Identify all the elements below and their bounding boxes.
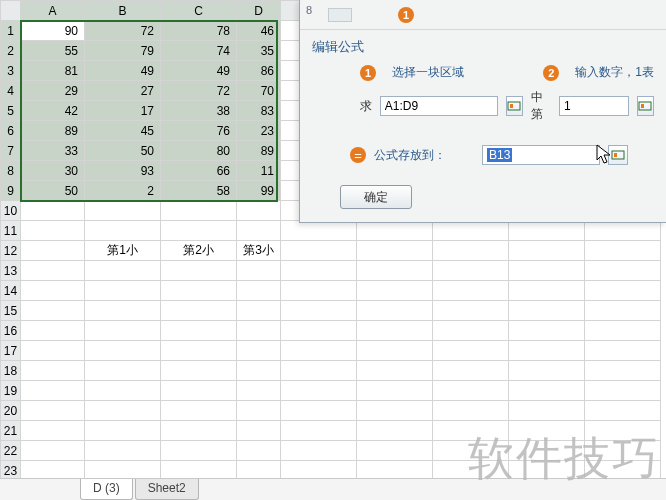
col-header-c[interactable]: C bbox=[161, 1, 237, 21]
row-header[interactable]: 5 bbox=[1, 101, 21, 121]
store-label: 公式存放到： bbox=[374, 147, 446, 164]
col-header-b[interactable]: B bbox=[85, 1, 161, 21]
row-header[interactable]: 16 bbox=[1, 321, 21, 341]
range-picker-button[interactable] bbox=[506, 96, 523, 116]
store-value: B13 bbox=[487, 148, 512, 162]
cell[interactable]: 33 bbox=[21, 141, 85, 161]
range-picker-icon bbox=[507, 99, 521, 113]
step2-badge-icon: 2 bbox=[543, 65, 559, 81]
dialog-title: 编辑公式 bbox=[300, 30, 666, 60]
row-header[interactable]: 8 bbox=[1, 161, 21, 181]
cell[interactable]: 81 bbox=[21, 61, 85, 81]
cell[interactable]: 30 bbox=[21, 161, 85, 181]
nth-picker-button[interactable] bbox=[637, 96, 654, 116]
step-badge-icon: 1 bbox=[398, 7, 414, 23]
row-header[interactable]: 20 bbox=[1, 401, 21, 421]
col-header-a[interactable]: A bbox=[21, 1, 85, 21]
cell[interactable]: 78 bbox=[161, 21, 237, 41]
row-header[interactable]: 11 bbox=[1, 221, 21, 241]
cell[interactable]: 72 bbox=[85, 21, 161, 41]
cell[interactable]: 2 bbox=[85, 181, 161, 201]
range-picker-icon bbox=[611, 148, 625, 162]
cell[interactable]: 79 bbox=[85, 41, 161, 61]
svg-rect-4 bbox=[612, 151, 624, 159]
store-picker-button[interactable] bbox=[608, 145, 628, 165]
row-header[interactable]: 10 bbox=[1, 201, 21, 221]
find-label: 求 bbox=[350, 98, 372, 115]
svg-rect-0 bbox=[508, 102, 520, 110]
row-header[interactable]: 18 bbox=[1, 361, 21, 381]
cell[interactable]: 46 bbox=[237, 21, 281, 41]
cell[interactable]: 99 bbox=[237, 181, 281, 201]
col-header-d[interactable]: D bbox=[237, 1, 281, 21]
range-input[interactable] bbox=[380, 96, 498, 116]
range-picker-icon bbox=[638, 99, 652, 113]
cell[interactable]: 76 bbox=[161, 121, 237, 141]
formula-dialog: 8 1 编辑公式 1 选择一块区域 2 输入数字，1表 求 中第 = 公式存放到… bbox=[299, 0, 666, 223]
cell[interactable]: 27 bbox=[85, 81, 161, 101]
cell[interactable]: 29 bbox=[21, 81, 85, 101]
top-row-number: 8 bbox=[306, 4, 312, 16]
row-header[interactable]: 22 bbox=[1, 441, 21, 461]
svg-rect-5 bbox=[614, 153, 617, 157]
step1-label: 选择一块区域 bbox=[392, 64, 464, 81]
cell[interactable]: 49 bbox=[85, 61, 161, 81]
cell[interactable]: 58 bbox=[161, 181, 237, 201]
cell[interactable]: 42 bbox=[21, 101, 85, 121]
store-input[interactable]: B13 bbox=[482, 145, 600, 165]
row-header[interactable]: 3 bbox=[1, 61, 21, 81]
cell[interactable]: 83 bbox=[237, 101, 281, 121]
top-band bbox=[328, 8, 352, 22]
cell[interactable]: 35 bbox=[237, 41, 281, 61]
cell[interactable]: 55 bbox=[21, 41, 85, 61]
row-header[interactable]: 6 bbox=[1, 121, 21, 141]
sheet-tab-d3[interactable]: D (3) bbox=[80, 479, 133, 500]
cell[interactable]: 45 bbox=[85, 121, 161, 141]
cell[interactable]: 38 bbox=[161, 101, 237, 121]
cell[interactable]: 72 bbox=[161, 81, 237, 101]
cell[interactable]: 50 bbox=[21, 181, 85, 201]
cell[interactable]: 23 bbox=[237, 121, 281, 141]
cell[interactable]: 90 bbox=[21, 21, 85, 41]
cell[interactable] bbox=[21, 201, 85, 221]
cell[interactable]: 80 bbox=[161, 141, 237, 161]
step2-label: 输入数字，1表 bbox=[575, 64, 654, 81]
row-header[interactable]: 12 bbox=[1, 241, 21, 261]
select-all[interactable] bbox=[1, 1, 21, 21]
sheet-tab-sheet2[interactable]: Sheet2 bbox=[135, 479, 199, 500]
step1-badge-icon: 1 bbox=[360, 65, 376, 81]
cell[interactable]: 17 bbox=[85, 101, 161, 121]
cell[interactable]: 66 bbox=[161, 161, 237, 181]
svg-rect-3 bbox=[641, 104, 644, 108]
nth-input[interactable] bbox=[559, 96, 629, 116]
nth-label: 中第 bbox=[531, 89, 551, 123]
row-header[interactable]: 19 bbox=[1, 381, 21, 401]
row-header[interactable]: 14 bbox=[1, 281, 21, 301]
cell[interactable] bbox=[21, 241, 85, 261]
row-header[interactable]: 15 bbox=[1, 301, 21, 321]
ok-button[interactable]: 确定 bbox=[340, 185, 412, 209]
cell[interactable]: 11 bbox=[237, 161, 281, 181]
cell[interactable]: 第3小 bbox=[237, 241, 281, 261]
row-header[interactable]: 13 bbox=[1, 261, 21, 281]
svg-rect-2 bbox=[639, 102, 651, 110]
cell[interactable]: 86 bbox=[237, 61, 281, 81]
cell[interactable]: 93 bbox=[85, 161, 161, 181]
cell[interactable]: 74 bbox=[161, 41, 237, 61]
row-header[interactable]: 7 bbox=[1, 141, 21, 161]
row-header[interactable]: 21 bbox=[1, 421, 21, 441]
svg-rect-1 bbox=[510, 104, 513, 108]
row-header[interactable]: 17 bbox=[1, 341, 21, 361]
equals-badge-icon: = bbox=[350, 147, 366, 163]
row-header[interactable]: 9 bbox=[1, 181, 21, 201]
row-header[interactable]: 1 bbox=[1, 21, 21, 41]
cell[interactable]: 49 bbox=[161, 61, 237, 81]
cell[interactable]: 第2小 bbox=[161, 241, 237, 261]
cell[interactable]: 第1小 bbox=[85, 241, 161, 261]
row-header[interactable]: 4 bbox=[1, 81, 21, 101]
row-header[interactable]: 2 bbox=[1, 41, 21, 61]
cell[interactable]: 70 bbox=[237, 81, 281, 101]
cell[interactable]: 89 bbox=[21, 121, 85, 141]
cell[interactable]: 89 bbox=[237, 141, 281, 161]
cell[interactable]: 50 bbox=[85, 141, 161, 161]
